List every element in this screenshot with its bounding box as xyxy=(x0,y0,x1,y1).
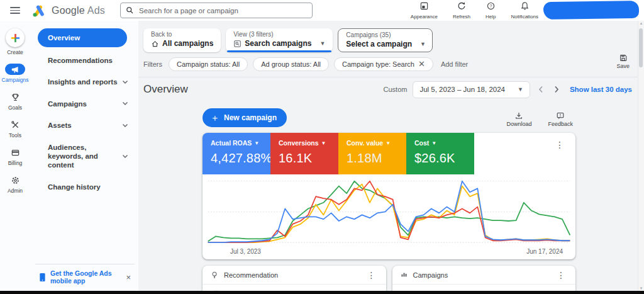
refresh-button[interactable]: Refresh xyxy=(453,1,470,20)
view-selector[interactable]: View (3 filters) Search campaigns ▼ xyxy=(226,28,333,52)
campaigns-summary-card: Campaigns ⋮ Summary of how your campaign… xyxy=(392,266,576,291)
close-icon[interactable]: × xyxy=(125,273,132,282)
campaigns-summary-text: Summary of how your campaigns are perfor… xyxy=(392,285,576,291)
global-search[interactable] xyxy=(120,3,313,18)
svg-text:?: ? xyxy=(489,4,492,8)
remove-filter-icon[interactable]: ✕ xyxy=(418,61,425,67)
topbar-actions: Appearance Refresh ? Help Notifications xyxy=(411,1,538,20)
dropdown-caret-icon: ▼ xyxy=(420,41,426,47)
rail-item-billing[interactable]: Billing xyxy=(0,147,30,166)
context-bar: Back to All campaigns View (3 filters) S… xyxy=(138,21,638,52)
chart-x-axis: Jul 3, 2023 Jun 17, 2024 xyxy=(203,247,575,259)
scorecard-conv-value[interactable]: Conv. value▼ 1.18M xyxy=(338,133,406,174)
sidebar-item-campaigns[interactable]: Campaigns xyxy=(30,93,138,115)
previous-range-button[interactable] xyxy=(536,84,546,94)
scrollbar-thumb[interactable] xyxy=(639,28,643,67)
google-ads-logo xyxy=(31,4,47,18)
gear-icon xyxy=(5,174,25,186)
next-range-button[interactable] xyxy=(552,84,562,94)
brand-text: GoogleAds xyxy=(52,5,105,16)
appearance-icon xyxy=(419,1,429,13)
chevron-down-icon xyxy=(122,101,128,106)
kebab-menu-icon[interactable]: ⋮ xyxy=(365,269,379,281)
dropdown-caret-icon: ▼ xyxy=(321,140,326,146)
scorecard-strip: Actual ROAS▼ 4,427.88% Conversions▼ 16.1… xyxy=(203,133,575,174)
scroll-up-icon[interactable]: ▲ xyxy=(638,21,644,25)
sidebar-item-assets[interactable]: Assets xyxy=(30,115,138,136)
chevron-down-icon xyxy=(122,80,128,84)
mobile-app-link[interactable]: Get the Google Ads mobile app xyxy=(50,269,120,285)
download-button[interactable]: Download xyxy=(506,111,531,127)
back-to-all-campaigns-button[interactable]: Back to All campaigns xyxy=(143,28,221,52)
save-button[interactable]: Save xyxy=(616,54,630,69)
x-axis-end-label: Jun 17, 2024 xyxy=(526,248,563,255)
filter-chip-ad-group-status[interactable]: Ad group status: All xyxy=(253,57,329,71)
phone-icon xyxy=(39,273,46,282)
notifications-bell-icon xyxy=(520,1,530,13)
overview-chart-card: Actual ROAS▼ 4,427.88% Conversions▼ 16.1… xyxy=(203,133,575,259)
sidebar: Overview Recommendations Insights and re… xyxy=(30,21,138,291)
x-axis-start-label: Jul 3, 2023 xyxy=(230,248,261,255)
feedback-icon xyxy=(556,111,565,120)
rail-item-goals[interactable]: Goals xyxy=(0,91,30,111)
sidebar-item-recommendations[interactable]: Recommendations xyxy=(30,50,138,71)
dropdown-caret-icon: ▼ xyxy=(518,86,523,93)
new-campaign-button[interactable]: ＋ New campaign xyxy=(203,108,287,127)
search-icon xyxy=(126,6,134,14)
vertical-scrollbar[interactable]: ▲ ▼ xyxy=(638,21,644,291)
bottom-edge-bar xyxy=(0,291,644,294)
sidebar-item-insights-and-reports[interactable]: Insights and reports xyxy=(30,71,138,93)
dropdown-caret-icon: ▼ xyxy=(319,40,325,47)
sidebar-item-overview[interactable]: Overview xyxy=(38,28,127,47)
main-menu-icon[interactable] xyxy=(10,7,20,14)
filters-bar: Filters Campaign status: All Ad group st… xyxy=(138,52,638,71)
kebab-menu-icon[interactable]: ⋮ xyxy=(554,269,568,281)
billing-card-icon xyxy=(5,147,25,158)
kebab-menu-icon[interactable]: ⋮ xyxy=(553,139,567,150)
campaign-picker[interactable]: Campaigns (35) Select a campaign ▼ xyxy=(338,28,433,52)
chevron-down-icon xyxy=(122,154,128,159)
refresh-icon xyxy=(457,1,466,13)
create-button[interactable]: Create xyxy=(0,28,30,55)
rail-item-admin[interactable]: Admin xyxy=(0,174,30,194)
trophy-icon xyxy=(5,91,25,103)
main-content: Back to All campaigns View (3 filters) S… xyxy=(138,21,638,291)
save-icon xyxy=(619,54,628,62)
add-filter-button[interactable]: Add filter xyxy=(441,60,468,68)
help-button[interactable]: ? Help xyxy=(486,1,496,20)
scorecard-actual-roas[interactable]: Actual ROAS▼ 4,427.88% xyxy=(203,133,270,174)
metric-value: 16.1K xyxy=(279,151,338,166)
megaphone-icon xyxy=(5,64,25,75)
show-last-30-days-link[interactable]: Show last 30 days xyxy=(570,86,632,93)
scroll-down-icon[interactable]: ▼ xyxy=(638,286,644,290)
sidebar-item-change-history[interactable]: Change history xyxy=(30,176,138,198)
recommendation-item[interactable]: Adjust your budgets +8.9% xyxy=(203,285,386,291)
home-icon xyxy=(151,40,159,48)
chart-toolbar: ＋ New campaign Download Feedback xyxy=(203,108,575,127)
page-title: Overview xyxy=(143,83,188,96)
dropdown-caret-icon: ▼ xyxy=(254,140,259,146)
left-rail: Create Campaigns Goals Tools Billing xyxy=(0,21,30,291)
performance-trend-chart[interactable] xyxy=(203,177,575,247)
dropdown-caret-icon: ▼ xyxy=(386,140,391,146)
multicolor-plus-icon xyxy=(6,28,25,47)
lightbulb-icon xyxy=(210,271,219,280)
scorecard-cost[interactable]: Cost▼ $26.6K xyxy=(406,133,474,174)
download-icon xyxy=(514,111,523,120)
tools-icon xyxy=(5,119,25,130)
notifications-button[interactable]: Notifications xyxy=(511,1,538,20)
filter-chip-campaign-status[interactable]: Campaign status: All xyxy=(169,57,248,71)
google-ads-app: GoogleAds Appearance Refresh xyxy=(0,0,644,294)
rail-item-tools[interactable]: Tools xyxy=(0,119,30,139)
bar-chart-icon xyxy=(400,271,408,279)
search-input[interactable] xyxy=(138,6,307,15)
feedback-button[interactable]: Feedback xyxy=(548,111,573,127)
rail-item-campaigns[interactable]: Campaigns xyxy=(0,64,30,83)
scorecard-conversions[interactable]: Conversions▼ 16.1K xyxy=(270,133,338,174)
sidebar-item-audiences-keywords-content[interactable]: Audiences, keywords, and content xyxy=(30,137,138,176)
insight-cards-row: Recommendation ⋮ Adjust your budgets +8.… xyxy=(203,266,575,291)
plus-icon: ＋ xyxy=(210,112,219,124)
appearance-button[interactable]: Appearance xyxy=(411,1,438,20)
date-range-picker[interactable]: Jul 5, 2023 – Jun 18, 2024 ▼ xyxy=(413,81,530,98)
filter-chip-campaign-type[interactable]: Campaign type: Search ✕ xyxy=(334,57,433,71)
